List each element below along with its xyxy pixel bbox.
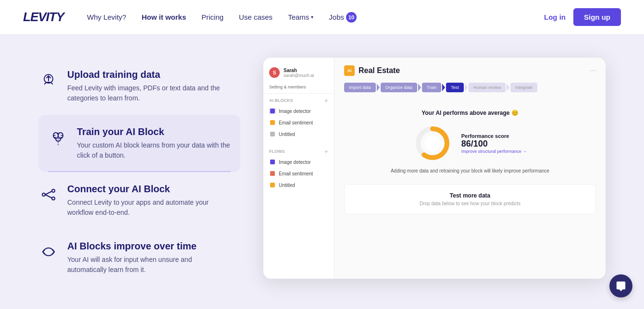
mock-avatar: S	[269, 67, 280, 78]
mock-flow-item[interactable]: Untitled	[263, 179, 334, 191]
svg-point-5	[52, 197, 55, 200]
signup-button[interactable]: Sign up	[573, 8, 621, 26]
feature-improve-desc: Your AI will ask for input when unsure a…	[67, 255, 231, 275]
item-dot	[269, 182, 276, 188]
improve-icon	[38, 242, 59, 262]
mock-score-value: 86/100	[461, 139, 527, 149]
pipeline-arrow	[442, 84, 445, 91]
nav-actions: Log in Sign up	[544, 8, 621, 26]
svg-rect-9	[270, 160, 275, 164]
pipeline-step-import[interactable]: Import data	[344, 83, 376, 92]
mock-flows-header: FLOWS +	[263, 145, 334, 156]
more-options-icon[interactable]: ···	[590, 66, 596, 75]
mock-main-area: Ai Real Estate ··· Import data Organize …	[334, 58, 606, 279]
app-mockup: S Sarah sarah@much.ai Setting & members …	[263, 58, 606, 279]
sidebar-item-email-sentiment: Email sentiment	[279, 120, 313, 125]
nav-pricing[interactable]: Pricing	[201, 13, 223, 21]
flow-untitled: Untitled	[279, 183, 295, 188]
mock-sidebar-item[interactable]: Untitled	[263, 128, 334, 140]
pipeline-step-test[interactable]: Test	[446, 83, 464, 92]
feature-connect-title: Connect your AI Block	[67, 184, 231, 195]
feature-connect[interactable]: Connect your AI Block Connect Levity to …	[38, 172, 240, 229]
add-flow-icon[interactable]: +	[324, 148, 328, 155]
nav-use-cases[interactable]: Use cases	[239, 13, 272, 21]
pipeline-arrow	[377, 84, 380, 91]
chat-bubble[interactable]	[609, 274, 632, 297]
mock-perf-note: Adding more data and retraining your blo…	[344, 168, 596, 173]
pipeline-step-train[interactable]: Train	[422, 83, 441, 92]
feature-train[interactable]: Train your AI Block Your custom AI block…	[38, 115, 240, 172]
mock-score-info: Performance score 86/100 Improve structu…	[461, 133, 527, 154]
pipeline-arrow	[465, 84, 468, 91]
mock-flow-item[interactable]: Email sentiment	[263, 168, 334, 179]
pipeline-step-human-review[interactable]: Human review	[469, 83, 506, 92]
pipeline-step-organize[interactable]: Organize data	[381, 83, 418, 92]
svg-rect-11	[270, 183, 275, 187]
item-dot	[269, 170, 276, 177]
app-mockup-panel: S Sarah sarah@much.ai Setting & members …	[263, 58, 606, 309]
mock-ai-blocks-label: AI BLOCKS	[269, 98, 293, 103]
main-content: Upload training data Feed Levity with im…	[0, 35, 644, 309]
mock-header-row: Ai Real Estate ···	[344, 65, 596, 76]
add-ai-block-icon[interactable]: +	[324, 97, 328, 104]
nav-links: Why Levity? How it works Pricing Use cas…	[87, 12, 544, 23]
mock-test-title: Test more data	[352, 192, 588, 199]
nav-jobs[interactable]: Jobs	[329, 13, 344, 21]
mock-performance-section: Your AI performs above average 😊 Perform…	[344, 104, 596, 184]
svg-rect-6	[270, 109, 275, 113]
feature-upload-desc: Feed Levity with images, PDFs or text da…	[67, 83, 231, 103]
feature-upload[interactable]: Upload training data Feed Levity with im…	[38, 58, 240, 115]
feature-train-desc: Your custom AI block learns from your da…	[77, 140, 231, 161]
feature-connect-text: Connect your AI Block Connect Levity to …	[67, 184, 231, 218]
feature-connect-desc: Connect Levity to your apps and automate…	[67, 198, 231, 218]
feature-train-title: Train your AI Block	[77, 126, 231, 137]
nav-why-levity[interactable]: Why Levity?	[87, 13, 126, 21]
mock-sidebar-item[interactable]: Email sentiment	[263, 117, 334, 128]
sidebar-item-untitled: Untitled	[279, 132, 295, 137]
nav-how-it-works[interactable]: How it works	[142, 13, 186, 21]
pipeline-arrow	[418, 84, 421, 91]
nav-teams[interactable]: Teams ▾	[288, 13, 313, 21]
feature-improve-text: AI Blocks improve over time Your AI will…	[67, 241, 231, 275]
mock-user-row: S Sarah sarah@much.ai	[263, 63, 334, 84]
svg-rect-10	[270, 171, 275, 176]
mock-gauge-row: Performance score 86/100 Improve structu…	[344, 124, 596, 162]
mock-sidebar-item[interactable]: Image detector	[263, 105, 334, 117]
mock-test-card: Test more data Drop data below to see ho…	[344, 184, 596, 214]
sidebar-item-image-detector: Image detector	[279, 109, 311, 114]
item-dot	[269, 131, 276, 137]
mock-user-email: sarah@much.ai	[284, 73, 328, 78]
chevron-down-icon: ▾	[311, 14, 313, 20]
mock-flow-item[interactable]: Image detector	[263, 156, 334, 168]
flow-image-detector: Image detector	[279, 160, 311, 165]
mock-ai-blocks-header: AI BLOCKS +	[263, 94, 334, 105]
feature-upload-text: Upload training data Feed Levity with im…	[67, 69, 231, 103]
pipeline-arrow	[507, 84, 509, 91]
pipeline-step-integrate[interactable]: Integrate	[510, 83, 537, 92]
nav-jobs-wrapper: Jobs 10	[329, 12, 357, 23]
features-panel: Upload training data Feed Levity with im…	[38, 58, 240, 309]
mock-user-info: Sarah sarah@much.ai	[284, 68, 328, 78]
svg-point-4	[52, 189, 55, 192]
svg-rect-7	[270, 120, 275, 125]
mock-score-label: Performance score	[461, 133, 527, 139]
item-dot	[269, 159, 276, 165]
mock-flows-label: FLOWS	[269, 149, 285, 154]
login-button[interactable]: Log in	[544, 13, 566, 21]
item-dot	[269, 119, 276, 126]
logo[interactable]: LEVITY	[23, 10, 64, 25]
upload-icon	[38, 70, 59, 90]
navbar: LEVITY Why Levity? How it works Pricing …	[0, 0, 644, 35]
feature-improve-title: AI Blocks improve over time	[67, 241, 231, 252]
mock-ai-badge: Ai	[344, 65, 355, 76]
jobs-badge: 10	[346, 12, 357, 23]
feature-upload-title: Upload training data	[67, 69, 231, 80]
flow-email-sentiment: Email sentiment	[279, 171, 313, 176]
svg-rect-8	[270, 132, 275, 136]
feature-improve[interactable]: AI Blocks improve over time Your AI will…	[38, 229, 240, 286]
mock-title-row: Ai Real Estate	[344, 65, 400, 76]
item-dot	[269, 108, 276, 114]
mock-score-link[interactable]: Improve structural performance →	[461, 149, 527, 154]
mock-sidebar: S Sarah sarah@much.ai Setting & members …	[263, 58, 334, 279]
mock-settings-link[interactable]: Setting & members	[263, 84, 334, 94]
